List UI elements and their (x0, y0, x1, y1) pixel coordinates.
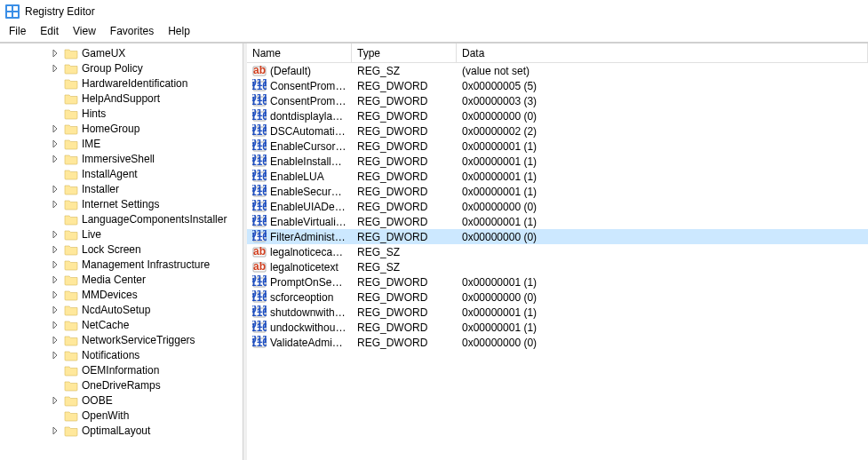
tree-item[interactable]: Live (0, 226, 243, 242)
tree-item-label: NetworkServiceTriggers (80, 334, 197, 346)
tree-item[interactable]: IME (0, 136, 243, 151)
value-row[interactable]: legalnoticecapti...REG_SZ (247, 244, 868, 259)
value-row[interactable]: undockwithoutl...REG_DWORD0x00000001 (1) (247, 320, 868, 335)
expand-icon[interactable] (50, 320, 60, 330)
value-name: dontdisplaylast... (270, 110, 346, 123)
expand-icon[interactable] (50, 244, 60, 255)
tree-item[interactable]: Installer (0, 181, 243, 196)
tree-item[interactable]: OEMInformation (0, 362, 243, 377)
expand-icon[interactable] (50, 350, 60, 361)
tree-item[interactable]: MMDevices (0, 287, 243, 302)
value-row[interactable]: EnableVirtualiza...REG_DWORD0x00000001 (… (247, 214, 868, 229)
expand-icon[interactable] (50, 199, 60, 210)
value-name: ConsentPrompt... (270, 95, 346, 107)
value-data: 0x00000001 (1) (457, 216, 868, 228)
tree-item[interactable]: Internet Settings (0, 196, 243, 211)
tree-item[interactable]: OpenWith (0, 408, 243, 423)
value-name-cell: ConsentPrompt... (247, 94, 352, 108)
tree-item-label: IME (80, 138, 102, 150)
expand-icon (50, 169, 60, 179)
expand-icon[interactable] (50, 229, 60, 240)
value-data: (value not set) (457, 65, 868, 77)
tree-item[interactable]: InstallAgent (0, 166, 243, 181)
value-row[interactable]: DSCAutomatio...REG_DWORD0x00000002 (2) (247, 123, 868, 139)
value-row[interactable]: PromptOnSecur...REG_DWORD0x00000001 (1) (247, 274, 868, 289)
value-row[interactable]: scforceoptionREG_DWORD0x00000000 (0) (247, 289, 868, 305)
expand-icon[interactable] (50, 259, 60, 270)
tree-item[interactable]: NetworkServiceTriggers (0, 332, 243, 347)
value-type: REG_DWORD (352, 306, 457, 319)
value-row[interactable]: ConsentPrompt...REG_DWORD0x00000003 (3) (247, 93, 868, 108)
value-type: REG_SZ (352, 65, 457, 77)
folder-icon (64, 228, 78, 241)
value-data: 0x00000000 (0) (457, 201, 868, 213)
expand-icon[interactable] (50, 289, 60, 300)
expand-icon[interactable] (50, 335, 60, 345)
tree-item[interactable]: HardwareIdentification (0, 75, 243, 91)
dword-value-icon (252, 139, 267, 154)
tree-item[interactable]: HomeGroup (0, 121, 243, 136)
value-data: 0x00000003 (3) (457, 95, 868, 107)
value-row[interactable]: ValidateAdminC...REG_DWORD0x00000000 (0) (247, 335, 868, 350)
tree-item[interactable]: HelpAndSupport (0, 91, 243, 106)
column-name[interactable]: Name (247, 44, 352, 62)
value-name-cell: EnableInstallerD... (247, 155, 352, 169)
tree-item[interactable]: Hints (0, 106, 243, 121)
value-type: REG_DWORD (352, 140, 457, 153)
expand-icon[interactable] (50, 395, 60, 406)
expand-icon[interactable] (50, 184, 60, 194)
expand-icon[interactable] (50, 305, 60, 315)
expand-icon[interactable] (50, 123, 60, 134)
expand-icon[interactable] (50, 63, 60, 74)
dword-value-icon (252, 200, 267, 214)
value-row[interactable]: EnableSecureUI...REG_DWORD0x00000001 (1) (247, 184, 868, 199)
menu-favorites[interactable]: Favorites (103, 23, 161, 42)
tree-item[interactable]: Notifications (0, 347, 243, 362)
value-row[interactable]: EnableCursorSu...REG_DWORD0x00000001 (1) (247, 139, 868, 154)
menu-file[interactable]: File (2, 23, 33, 42)
value-name-cell: shutdownwitho... (247, 305, 352, 320)
menu-help[interactable]: Help (161, 23, 197, 42)
tree-item[interactable]: NetCache (0, 317, 243, 332)
tree-item[interactable]: Media Center (0, 272, 243, 287)
tree-item[interactable]: LanguageComponentsInstaller (0, 211, 243, 226)
value-row[interactable]: (Default)REG_SZ(value not set) (247, 63, 868, 78)
value-row[interactable]: dontdisplaylast...REG_DWORD0x00000000 (0… (247, 108, 868, 123)
value-row[interactable]: ConsentPrompt...REG_DWORD0x00000005 (5) (247, 78, 868, 93)
value-row[interactable]: legalnoticetextREG_SZ (247, 259, 868, 274)
expand-icon[interactable] (50, 274, 60, 285)
value-data: 0x00000000 (0) (457, 291, 868, 304)
value-row[interactable]: EnableUIADeskt...REG_DWORD0x00000000 (0) (247, 199, 868, 214)
tree-item[interactable]: Management Infrastructure (0, 257, 243, 272)
value-row[interactable]: shutdownwitho...REG_DWORD0x00000001 (1) (247, 305, 868, 320)
menu-edit[interactable]: Edit (33, 23, 66, 42)
expand-icon[interactable] (50, 48, 60, 59)
tree-pane[interactable]: GameUXGroup PolicyHardwareIdentification… (0, 44, 243, 460)
tree-item[interactable]: OOBE (0, 393, 243, 408)
value-name: (Default) (270, 65, 346, 77)
expand-icon[interactable] (50, 154, 60, 164)
tree-item[interactable]: NcdAutoSetup (0, 302, 243, 317)
titlebar: Registry Editor (0, 0, 868, 23)
expand-icon[interactable] (50, 139, 60, 149)
expand-icon (50, 380, 60, 391)
tree-item[interactable]: OneDriveRamps (0, 377, 243, 393)
value-data: 0x00000001 (1) (457, 171, 868, 183)
tree-item[interactable]: OptimalLayout (0, 423, 243, 438)
value-row[interactable]: EnableLUAREG_DWORD0x00000001 (1) (247, 169, 868, 184)
value-list-pane[interactable]: Name Type Data (Default)REG_SZ(value not… (247, 44, 868, 460)
tree-item[interactable]: ImmersiveShell (0, 151, 243, 166)
folder-icon (64, 289, 78, 301)
dword-value-icon (252, 230, 267, 244)
value-row[interactable]: FilterAdministra...REG_DWORD0x00000000 (… (247, 229, 868, 244)
menu-view[interactable]: View (66, 23, 103, 42)
value-row[interactable]: EnableInstallerD...REG_DWORD0x00000001 (… (247, 154, 868, 169)
value-data: 0x00000001 (1) (457, 155, 868, 168)
value-type: REG_DWORD (352, 276, 457, 289)
tree-item[interactable]: Lock Screen (0, 242, 243, 257)
column-data[interactable]: Data (457, 44, 868, 62)
expand-icon[interactable] (50, 425, 60, 436)
tree-item[interactable]: GameUX (0, 45, 243, 60)
tree-item[interactable]: Group Policy (0, 60, 243, 75)
column-type[interactable]: Type (352, 44, 457, 62)
